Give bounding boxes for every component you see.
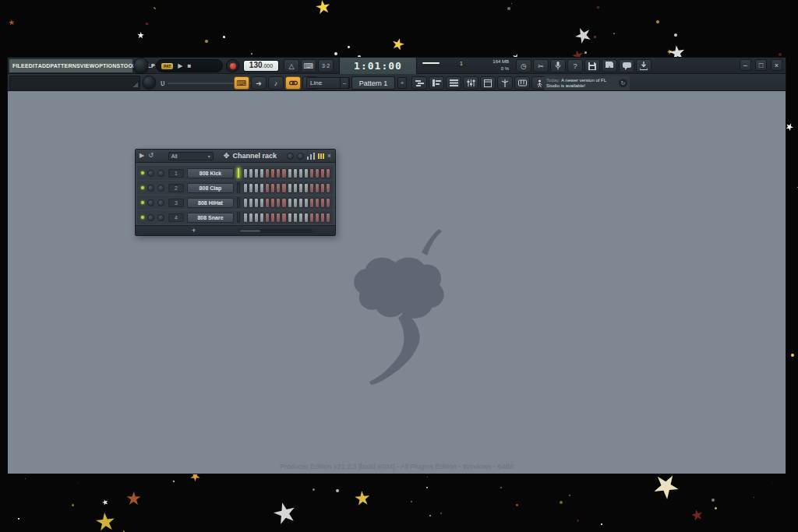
channel-select-indicator[interactable] (237, 197, 240, 208)
play-button[interactable]: ▶ (178, 63, 182, 69)
channel-volume-knob[interactable] (157, 185, 164, 192)
step-button[interactable] (265, 198, 270, 208)
step-edit-button[interactable]: ➜ (251, 76, 267, 90)
step-button[interactable] (320, 198, 325, 208)
step-button[interactable] (315, 168, 320, 178)
browser-toggle-button[interactable] (480, 76, 496, 90)
step-button[interactable] (243, 213, 248, 223)
channel-name-button[interactable]: 808 Clap (187, 183, 234, 193)
pattern-next-button[interactable]: + (397, 77, 407, 89)
step-button[interactable] (249, 168, 253, 178)
channel-name-button[interactable]: 808 Snare (187, 213, 234, 223)
hint-grip-icon[interactable] (132, 82, 138, 87)
step-button[interactable] (326, 213, 330, 223)
step-button[interactable] (326, 168, 330, 178)
channel-name-button[interactable]: 808 HiHat (187, 198, 234, 208)
channel-rack-toggle-button[interactable] (446, 76, 461, 90)
typing-to-piano-button[interactable]: ⌨ (234, 76, 249, 90)
step-button[interactable] (309, 213, 314, 223)
step-button[interactable] (298, 168, 303, 178)
channel-select-indicator[interactable] (237, 182, 240, 193)
chat-button[interactable] (619, 59, 634, 72)
step-button[interactable] (309, 168, 314, 178)
wait-for-input-button[interactable]: ⌨ (301, 59, 316, 72)
menu-item-options[interactable]: OPTIONS (94, 63, 120, 69)
rack-swing-knob[interactable] (287, 153, 294, 160)
time-button[interactable]: ◷ (516, 59, 531, 72)
playlist-toggle-button[interactable] (411, 76, 427, 90)
step-button[interactable] (281, 198, 286, 208)
step-button[interactable] (276, 168, 281, 178)
channel-mute-led[interactable] (141, 216, 144, 219)
step-button[interactable] (254, 183, 259, 193)
step-button[interactable] (265, 213, 270, 223)
stop-button[interactable]: ■ (187, 63, 191, 69)
step-button[interactable] (270, 213, 275, 223)
step-button[interactable] (281, 183, 286, 193)
step-button[interactable] (270, 168, 275, 178)
step-button[interactable] (315, 183, 320, 193)
step-button[interactable] (276, 198, 281, 208)
step-button[interactable] (243, 183, 248, 193)
step-button[interactable] (326, 198, 330, 208)
step-button[interactable] (304, 183, 309, 193)
menu-item-patterns[interactable]: PATTERNS (50, 63, 79, 69)
step-button[interactable] (288, 168, 292, 178)
channel-volume-knob[interactable] (157, 214, 164, 221)
master-pitch-knob[interactable] (143, 76, 156, 89)
step-button[interactable] (304, 213, 309, 223)
link-controllers-button[interactable] (285, 76, 301, 90)
step-button[interactable] (293, 213, 298, 223)
main-volume-knob[interactable] (133, 58, 149, 73)
step-button[interactable] (281, 213, 286, 223)
step-button[interactable] (315, 198, 320, 208)
step-button[interactable] (276, 213, 281, 223)
menu-item-file[interactable]: FILE (12, 63, 25, 69)
maximize-button[interactable]: □ (755, 59, 767, 71)
channel-mute-led[interactable] (141, 186, 144, 189)
channel-pan-knob[interactable] (147, 199, 154, 206)
time-display-panel[interactable]: 1:01:00 (339, 58, 417, 74)
keyboard-editor-icon[interactable] (318, 153, 324, 159)
audio-record-button[interactable] (550, 59, 566, 72)
graph-editor-icon[interactable] (307, 153, 315, 160)
step-button[interactable] (260, 168, 264, 178)
channel-pan-knob[interactable] (147, 170, 154, 177)
rack-play-icon[interactable]: ▶ (139, 153, 144, 159)
step-button[interactable] (270, 183, 275, 193)
step-button[interactable] (288, 213, 292, 223)
close-button[interactable]: × (771, 59, 782, 71)
pattern-previous-button[interactable]: – (340, 77, 349, 89)
help-button[interactable]: ? (567, 59, 583, 72)
tempo-display[interactable]: 130 .000 (243, 60, 279, 72)
touch-keyboard-button[interactable] (514, 76, 530, 90)
add-channel-button[interactable]: + (192, 227, 196, 234)
step-button[interactable] (304, 168, 309, 178)
step-button[interactable] (270, 198, 275, 208)
piano-roll-toggle-button[interactable] (429, 76, 444, 90)
channel-volume-knob[interactable] (157, 199, 164, 206)
step-button[interactable] (249, 183, 253, 193)
step-button[interactable] (281, 168, 286, 178)
step-button[interactable] (309, 198, 314, 208)
rack-swing-icon[interactable]: ↺ (148, 153, 154, 159)
plugin-picker-button[interactable] (497, 76, 513, 90)
countdown-button[interactable]: 3·2 (318, 59, 334, 72)
step-button[interactable] (293, 198, 298, 208)
step-button[interactable] (249, 198, 253, 208)
shuffle-button[interactable]: ✂ (533, 59, 549, 72)
mixer-toggle-button[interactable] (463, 76, 478, 90)
rack-scrollbar-thumb[interactable] (240, 230, 260, 232)
step-button[interactable] (298, 213, 303, 223)
step-button[interactable] (249, 213, 253, 223)
update-notification[interactable]: Today: A newer version of FL Studio is a… (544, 76, 630, 90)
midi-button[interactable]: ♪ (268, 76, 284, 90)
step-button[interactable] (276, 183, 281, 193)
step-button[interactable] (260, 198, 264, 208)
pattern-mode-toggle[interactable]: PAT (161, 63, 173, 69)
step-button[interactable] (288, 183, 292, 193)
step-button[interactable] (298, 183, 303, 193)
step-button[interactable] (254, 198, 259, 208)
channel-pan-knob[interactable] (147, 185, 154, 192)
pattern-selector[interactable]: Pattern 1 (351, 76, 395, 90)
